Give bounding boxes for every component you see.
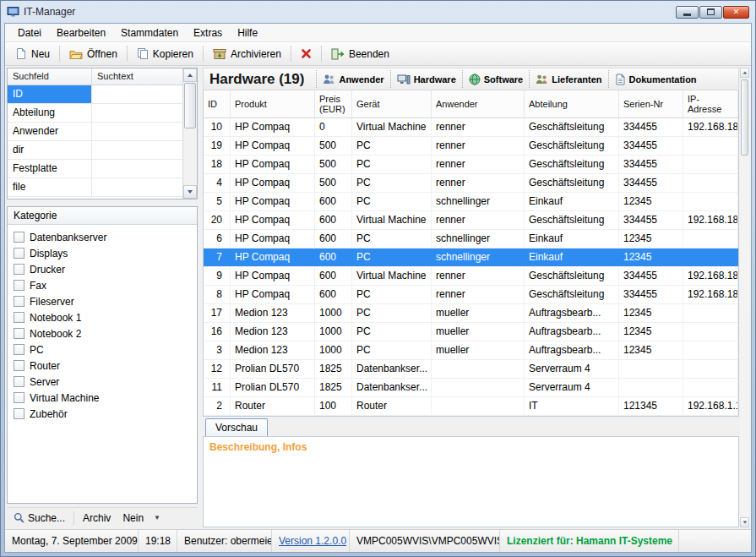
menu-item-datei[interactable]: Datei [10,25,49,41]
category-item-notebook-1[interactable]: Notebook 1 [10,309,194,325]
menu-item-hilfe[interactable]: Hilfe [230,25,265,41]
scrollbar-thumb[interactable] [184,83,196,128]
column-header-serien-nr[interactable]: Serien-Nr [619,90,683,117]
table-row[interactable]: 17Medion 1231000PCmuellerAuftragsbearb..… [204,304,738,323]
checkbox-icon[interactable] [14,360,24,371]
maximize-button[interactable] [699,6,722,19]
table-row[interactable]: 2Router100RouterIT121345192.168.1.1 [204,397,738,416]
table-row[interactable]: 11Prolian DL5701825Datenbankser...Server… [204,379,738,397]
toolbar-button-archivieren[interactable]: Archivieren [206,44,288,63]
close-button[interactable] [723,6,749,19]
cell-preis-eur: 100 [315,397,352,415]
menu-item-bearbeiten[interactable]: Bearbeiten [49,25,113,41]
category-item-router[interactable]: Router [10,358,194,374]
table-row[interactable]: 4HP Compaq500PCrennerGeschäftsleitung334… [204,174,738,193]
table-row[interactable]: 6HP Compaq600PCschnellingerEinkauf12345 [204,230,738,248]
category-item-server[interactable]: Server [10,374,194,390]
category-item-pc[interactable]: PC [10,341,194,358]
scrollbar-track[interactable] [183,82,197,185]
category-item-zubehoer[interactable]: Zubehör [10,406,194,422]
checkbox-icon[interactable] [14,248,24,259]
column-header-suchfeld[interactable]: Suchfeld [8,68,92,85]
search-field-row-abteilung[interactable]: Abteilung [8,104,182,123]
category-item-displays[interactable]: Displays [10,245,194,261]
column-header-id[interactable]: ID [204,90,231,117]
checkbox-icon[interactable] [14,296,24,307]
checkbox-icon[interactable] [14,264,24,275]
column-header-abteilung[interactable]: Abteilung [525,90,619,117]
nav-button-dokumentation[interactable]: Dokumentation [608,70,703,88]
scrollbar-thumb[interactable] [741,79,748,156]
column-header-geraet[interactable]: Gerät [352,90,432,117]
search-text-cell[interactable] [92,85,182,103]
category-item-fax[interactable]: Fax [10,277,194,293]
cell-ip-adresse [683,323,738,341]
minimize-button[interactable] [676,6,699,19]
checkbox-icon[interactable] [14,232,24,243]
category-item-notebook-2[interactable]: Notebook 2 [10,325,194,341]
scroll-down-button[interactable] [183,185,197,199]
menu-item-extras[interactable]: Extras [186,25,230,41]
toolbar-button-beenden[interactable]: Beenden [324,45,396,63]
table-row[interactable]: 5HP Compaq600PCschnellingerEinkauf12345 [204,193,738,211]
category-item-fileserver[interactable]: Fileserver [10,293,194,309]
column-header-anwender[interactable]: Anwender [432,90,525,117]
search-field-name: ID [8,85,92,103]
nav-button-software[interactable]: Software [462,70,529,88]
table-row[interactable]: 9HP Compaq600Virtual MachinerennerGeschä… [204,267,738,286]
search-text-cell[interactable] [92,160,182,177]
toolbar-button-kopieren[interactable]: Kopieren [130,44,200,63]
cell-serien-nr: 12345 [619,341,683,359]
table-row[interactable]: 12Prolian DL5701825Datenbankser...Server… [204,360,738,379]
scrollbar-track[interactable] [740,78,749,517]
search-field-row-dir[interactable]: dir [8,141,182,160]
search-button[interactable]: Suche... [10,511,68,526]
nav-button-hardware[interactable]: Hardware [390,70,462,88]
search-text-cell[interactable] [92,123,182,140]
table-row[interactable]: 3Medion 1231000PCmuellerAuftragsbearb...… [204,341,738,360]
tab-vorschau[interactable]: Vorschau [205,418,268,436]
checkbox-icon[interactable] [14,392,24,403]
search-text-cell[interactable] [92,178,182,196]
table-row[interactable]: 16Medion 1231000PCmuellerAuftragsbearb..… [204,323,738,341]
search-text-cell[interactable] [92,104,182,122]
toolbar-button-neu[interactable]: Neu [8,44,57,63]
table-row[interactable]: 8HP Compaq600PCrennerGeschäftsleitung334… [204,286,738,304]
checkbox-icon[interactable] [14,344,24,355]
version-link[interactable]: Version 1.2.0.0 [279,535,346,547]
table-row[interactable]: 20HP Compaq600Virtual MachinerennerGesch… [204,211,738,230]
category-item-virtual-machine[interactable]: Virtual Machine [10,390,194,406]
table-row[interactable]: 18HP Compaq500PCrennerGeschäftsleitung33… [204,156,738,174]
category-item-drucker[interactable]: Drucker [10,261,194,277]
scroll-down-button[interactable] [740,517,749,527]
table-row[interactable]: 19HP Compaq500PCrennerGeschäftsleitung33… [204,137,738,156]
main-scrollbar[interactable] [740,68,749,527]
checkbox-icon[interactable] [14,280,24,291]
search-panel-scrollbar[interactable] [182,68,197,199]
toolbar-button-delete[interactable] [294,45,318,63]
archiv-dropdown-value: Nein [122,512,144,524]
scroll-up-button[interactable] [740,68,749,78]
checkbox-icon[interactable] [14,328,24,339]
search-text-cell[interactable] [92,141,182,159]
scroll-up-button[interactable] [183,68,197,82]
column-header-preis-eur[interactable]: Preis (EUR) [315,90,352,117]
search-field-row-id[interactable]: ID [8,85,182,104]
checkbox-icon[interactable] [14,312,24,323]
menu-item-stammdaten[interactable]: Stammdaten [113,25,186,41]
checkbox-icon[interactable] [14,376,24,387]
nav-button-lieferanten[interactable]: Lieferanten [529,70,607,88]
column-header-ip-adresse[interactable]: IP-Adresse [683,90,738,117]
column-header-produkt[interactable]: Produkt [231,90,315,117]
archiv-dropdown[interactable]: Nein ▼ [119,511,164,526]
search-field-row-file[interactable]: file [8,178,182,197]
checkbox-icon[interactable] [14,408,24,419]
nav-button-anwender[interactable]: Anwender [316,70,389,88]
table-row[interactable]: 7HP Compaq600PCschnellingerEinkauf12345 [204,248,738,267]
column-header-suchtext[interactable]: Suchtext [92,68,182,85]
category-item-datenbankserver[interactable]: Datenbankserver [10,229,194,245]
table-row[interactable]: 10HP Compaq0Virtual MachinerennerGeschäf… [204,118,738,137]
toolbar-button-oeffnen[interactable]: Öffnen [63,45,124,63]
search-field-row-anwender[interactable]: Anwender [8,123,182,141]
search-field-row-festplatte[interactable]: Festplatte [8,160,182,178]
